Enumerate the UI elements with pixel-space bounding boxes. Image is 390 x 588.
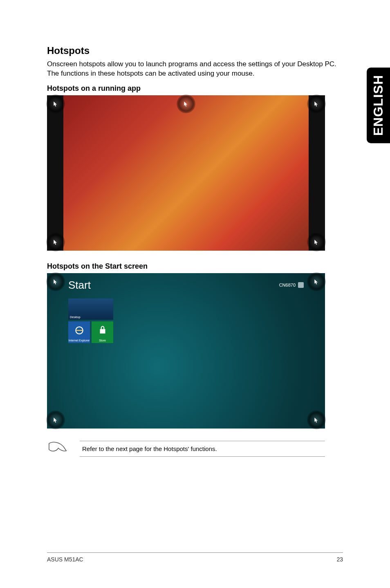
hotspot-bottom-right (307, 233, 326, 251)
hotspot-bottom-right (307, 411, 326, 429)
tile-store: Store (92, 321, 113, 343)
note-row: Refer to the next page for the Hotspots'… (47, 440, 325, 458)
hotspot-top-left (46, 94, 65, 113)
note-hand-icon (47, 440, 68, 458)
start-title: Start (68, 279, 91, 292)
tile-row: Internet Explorer Store (68, 321, 113, 343)
page-body: Hotspots Onscreen hotspots allow you to … (0, 0, 390, 588)
subheading-running-app: Hotspots on a running app (47, 84, 343, 93)
cursor-icon (53, 417, 58, 423)
cursor-icon (314, 417, 319, 423)
tile-ie-label: Internet Explorer (69, 339, 90, 342)
hotspot-top-right (307, 94, 326, 113)
cursor-icon (53, 239, 58, 245)
footer-model: ASUS M51AC (47, 556, 83, 563)
note-content: Refer to the next page for the Hotspots'… (80, 441, 325, 457)
start-tiles: Desktop Internet Explorer Store (68, 298, 113, 343)
svg-rect-1 (100, 329, 105, 334)
hotspot-top-center (177, 94, 195, 113)
intro-paragraph: Onscreen hotspots allow you to launch pr… (47, 60, 343, 79)
tile-store-label: Store (99, 339, 106, 342)
cursor-icon (314, 239, 319, 245)
cursor-icon (183, 101, 189, 107)
cursor-icon (314, 101, 319, 107)
divider (80, 456, 325, 457)
page-footer: ASUS M51AC 23 (47, 552, 343, 563)
screenshot-start-screen: Start CN6870 Desktop Internet Explorer S… (47, 273, 325, 429)
tile-desktop-label: Desktop (70, 316, 81, 319)
hotspot-top-right (307, 272, 326, 291)
subheading-start-screen: Hotspots on the Start screen (47, 262, 343, 271)
page-title: Hotspots (47, 45, 343, 56)
divider (80, 441, 325, 441)
cursor-icon (314, 279, 319, 285)
avatar-icon (298, 282, 304, 288)
cursor-icon (53, 279, 58, 285)
start-user: CN6870 (279, 282, 304, 288)
hotspot-top-left (46, 272, 65, 291)
ie-icon (74, 325, 85, 336)
screenshot-running-app (47, 95, 325, 251)
note-text: Refer to the next page for the Hotspots'… (80, 445, 325, 452)
footer-page-number: 23 (336, 556, 343, 563)
tile-desktop: Desktop (68, 298, 113, 320)
cursor-icon (53, 101, 58, 107)
tile-internet-explorer: Internet Explorer (68, 321, 90, 343)
hotspot-bottom-left (46, 233, 65, 251)
store-icon (97, 325, 108, 336)
hotspot-bottom-left (46, 411, 65, 429)
start-username: CN6870 (279, 283, 296, 287)
